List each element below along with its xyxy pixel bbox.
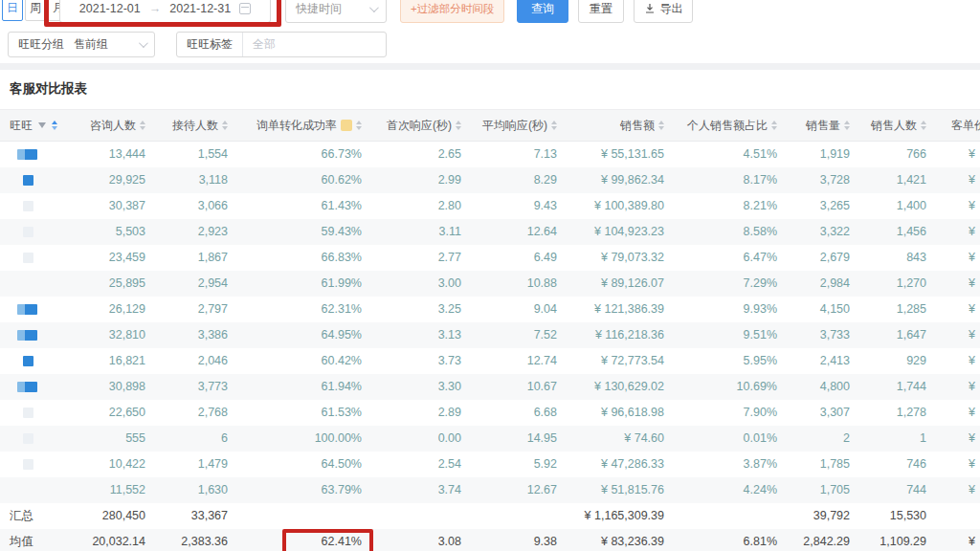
cell: 6.49	[471, 245, 567, 271]
export-button[interactable]: 导出	[634, 0, 693, 23]
cell: 1,554	[155, 142, 237, 167]
sort-icon[interactable]	[844, 121, 850, 130]
column-label: 接待人数	[172, 118, 218, 134]
cell: 9.04	[471, 297, 567, 322]
wangwang-avatar-icon	[23, 408, 33, 418]
table-row[interactable]: 30,3873,06661.43%2.809.43¥ 100,389.808.2…	[0, 193, 980, 219]
column-header-3[interactable]: 询单转化成功率	[237, 110, 371, 141]
table-row[interactable]: 32,8103,38664.95%3.137.52¥ 116,218.369.5…	[0, 322, 980, 348]
table-row[interactable]: 16,8212,04660.42%3.7312.74¥ 72,773.545.9…	[0, 348, 980, 374]
sort-icon[interactable]	[456, 121, 461, 130]
column-header-5[interactable]: 平均响应(秒)	[471, 110, 567, 141]
cell: 9.43	[471, 193, 567, 219]
cell: 2,679	[787, 245, 859, 271]
filter-time-button[interactable]: +过滤部分时间段	[400, 0, 504, 23]
wangwang-avatar-icon	[23, 201, 33, 211]
sort-icon[interactable]	[356, 121, 362, 130]
cell	[674, 503, 787, 529]
average-row[interactable]: 均值20,032.142,383.3662.41%3.089.38¥ 83,23…	[0, 529, 980, 551]
column-label: 销售人数	[871, 118, 917, 134]
table-row[interactable]: 25,8952,95461.99%3.0010.88¥ 89,126.077.2…	[0, 271, 980, 297]
column-header-1[interactable]: 咨询人数	[86, 110, 155, 141]
query-button[interactable]: 查询	[517, 0, 568, 23]
wangwang-cell	[0, 400, 86, 426]
cell: 8.17%	[674, 167, 787, 193]
cell: 3.00	[371, 271, 471, 297]
cell: ¥ 89,126.07	[567, 271, 674, 297]
table-row[interactable]: 10,4221,47964.50%2.545.92¥ 47,286.333.87…	[0, 452, 980, 477]
tab-week[interactable]: 周	[25, 0, 46, 21]
reset-button[interactable]: 重置	[578, 0, 624, 23]
cell: 3.30	[371, 374, 471, 400]
cell: ¥ 74.60	[567, 426, 674, 452]
range-arrow-icon: →	[149, 2, 162, 15]
column-header-7[interactable]: 个人销售额占比	[674, 110, 787, 141]
cell: 8.58%	[674, 219, 787, 245]
summary-row[interactable]: 汇总280,45033,367¥ 1,165,309.3939,79215,53…	[0, 503, 980, 529]
wangwang-group-select[interactable]: 旺旺分组 售前组	[8, 32, 155, 57]
date-start: 2021-12-01	[79, 2, 141, 15]
table-row[interactable]: 22,6502,76861.53%2.896.68¥ 96,618.987.90…	[0, 400, 980, 426]
wangwang-avatar-icon	[23, 356, 33, 366]
quick-time-select[interactable]: 快捷时间	[285, 0, 387, 23]
sort-icon[interactable]	[658, 121, 664, 130]
sort-icon[interactable]	[551, 121, 557, 130]
cell: ¥	[936, 477, 980, 503]
cell: 9.93%	[674, 297, 787, 322]
date-range-picker[interactable]: 2021-12-01 → 2021-12-31	[59, 0, 271, 23]
column-header-9[interactable]: 销售人数	[859, 110, 936, 141]
cell: 2.54	[371, 452, 471, 477]
column-header-10[interactable]: 客单价	[936, 110, 980, 141]
wangwang-tag-input[interactable]: 旺旺标签 全部	[176, 32, 387, 57]
cell: 3.74	[371, 477, 471, 503]
cell: 3,307	[787, 400, 859, 426]
calendar-icon	[239, 3, 251, 14]
column-label: 询单转化成功率	[256, 118, 337, 134]
cell: 1,630	[155, 477, 237, 503]
sort-icon[interactable]	[771, 121, 777, 130]
wangwang-cell	[0, 348, 86, 374]
sort-icon[interactable]	[222, 121, 228, 130]
tab-day[interactable]: 日	[2, 0, 23, 21]
cell: ¥	[936, 245, 980, 271]
table-row[interactable]: 5,5032,92359.43%3.1112.64¥ 104,923.238.5…	[0, 219, 980, 245]
table-row[interactable]: 29,9253,11860.62%2.998.29¥ 99,862.348.17…	[0, 167, 980, 193]
column-header-0[interactable]: 旺旺	[0, 110, 86, 141]
wangwang-cell	[0, 271, 86, 297]
table-row[interactable]: 26,1292,79762.31%3.259.04¥ 121,386.399.9…	[0, 297, 980, 322]
table-row[interactable]: 5556100.00%0.0014.95¥ 74.600.01%21¥	[0, 426, 980, 452]
cell: 280,450	[86, 503, 155, 529]
column-header-4[interactable]: 首次响应(秒)	[371, 110, 471, 141]
cell: 66.83%	[237, 245, 371, 271]
cell: 929	[859, 348, 936, 374]
cell: ¥ 116,218.36	[567, 322, 674, 348]
row-label: 汇总	[0, 503, 86, 529]
sort-icon[interactable]	[52, 121, 57, 130]
wangwang-cell	[0, 452, 86, 477]
wangwang-cell	[0, 297, 86, 322]
filter-funnel-icon[interactable]	[38, 122, 46, 128]
cell: 0.00	[371, 426, 471, 452]
column-label: 客单价	[951, 118, 980, 134]
table-row[interactable]: 23,4591,86766.83%2.776.49¥ 79,073.326.47…	[0, 245, 980, 271]
wangwang-cell	[0, 193, 86, 219]
table-row[interactable]: 13,4441,55466.73%2.657.13¥ 55,131.654.51…	[0, 142, 980, 167]
cell: 746	[859, 452, 936, 477]
cell: 61.99%	[237, 271, 371, 297]
sort-icon[interactable]	[921, 121, 926, 130]
sort-icon[interactable]	[140, 121, 145, 130]
table-header-row: 旺旺咨询人数接待人数询单转化成功率首次响应(秒)平均响应(秒)销售额个人销售额占…	[0, 109, 980, 142]
cell: 2,954	[155, 271, 237, 297]
cell: 3,322	[787, 219, 859, 245]
column-header-6[interactable]: 销售额	[567, 110, 674, 141]
column-header-2[interactable]: 接待人数	[155, 110, 237, 141]
cell: 2,768	[155, 400, 237, 426]
cell: 8.21%	[674, 193, 787, 219]
cell: 4.51%	[674, 142, 787, 167]
table-row[interactable]: 30,8983,77361.94%3.3010.67¥ 130,629.0210…	[0, 374, 980, 400]
help-badge-icon	[341, 120, 352, 131]
cell: 16,821	[86, 348, 155, 374]
cell: ¥ 83,236.39	[567, 529, 674, 551]
column-header-8[interactable]: 销售量	[787, 110, 859, 141]
table-row[interactable]: 11,5521,63063.79%3.7412.67¥ 51,815.764.2…	[0, 477, 980, 503]
